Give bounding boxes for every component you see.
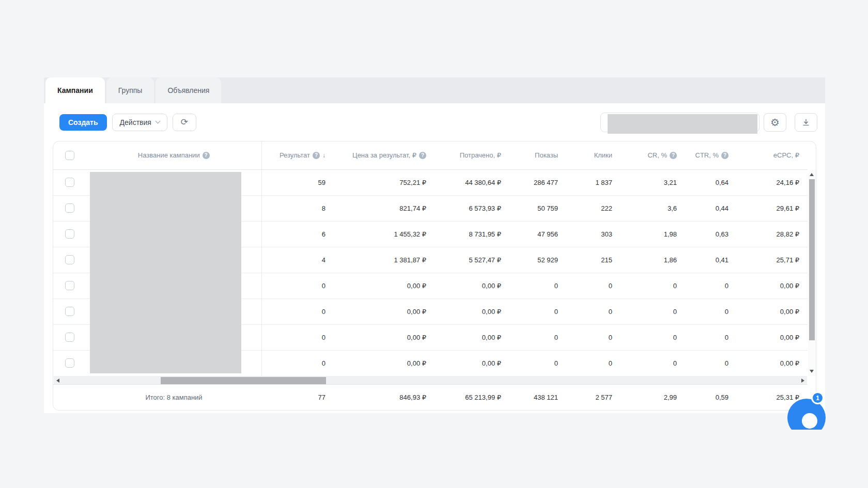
cell-spent: 5 527,47 ₽	[435, 247, 509, 273]
tab-ads[interactable]: Объявления	[156, 77, 221, 103]
row-checkbox[interactable]	[65, 229, 74, 239]
notification-badge: 1	[811, 391, 824, 404]
cell-clicks: 0	[566, 273, 621, 298]
horizontal-scroll-thumb[interactable]	[161, 377, 326, 384]
totals-impressions: 438 121	[509, 393, 566, 401]
sort-desc-icon: ↓	[322, 152, 326, 159]
totals-clicks: 2 577	[566, 393, 621, 401]
table-header-row: Название кампании ? Результат ? ↓	[53, 141, 808, 169]
create-button[interactable]: Создать	[59, 114, 107, 131]
cell-cr: 0	[621, 350, 685, 376]
help-icon[interactable]: ?	[313, 152, 320, 159]
cell-clicks: 215	[566, 247, 621, 273]
cell-ecpc: 0,00 ₽	[737, 298, 808, 324]
cell-spent: 0,00 ₽	[435, 298, 509, 324]
search-input[interactable]	[600, 113, 760, 132]
cell-result: 59	[261, 169, 334, 195]
cell-result: 4	[261, 247, 334, 273]
column-header-ctr: CTR, % ?	[685, 141, 737, 169]
settings-button[interactable]: ⚙	[764, 113, 786, 132]
cell-cost-per-result: 0,00 ₽	[334, 298, 435, 324]
cell-cost-per-result: 0,00 ₽	[334, 324, 435, 350]
cell-cr: 0	[621, 273, 685, 298]
cell-impressions: 50 759	[509, 195, 566, 221]
cell-result: 0	[261, 324, 334, 350]
redaction-block	[608, 114, 757, 134]
cell-spent: 8 731,95 ₽	[435, 221, 509, 247]
cell-cost-per-result: 1 381,87 ₽	[334, 247, 435, 273]
cell-cr: 1,86	[621, 247, 685, 273]
row-checkbox[interactable]	[65, 281, 74, 290]
row-checkbox[interactable]	[65, 333, 74, 342]
totals-spent: 65 213,99 ₽	[435, 393, 509, 401]
cell-impressions: 0	[509, 273, 566, 298]
column-header-spent: Потрачено, ₽	[435, 141, 509, 169]
vertical-scrollbar[interactable]	[808, 170, 816, 376]
cell-result: 8	[261, 195, 334, 221]
cell-impressions: 0	[509, 324, 566, 350]
cell-ecpc: 28,82 ₽	[737, 221, 808, 247]
cell-ecpc: 29,61 ₽	[737, 195, 808, 221]
cell-impressions: 52 929	[509, 247, 566, 273]
cell-result: 0	[261, 273, 334, 298]
refresh-button[interactable]: ⟳	[173, 114, 196, 131]
chevron-down-icon	[155, 119, 160, 124]
cell-clicks: 1 837	[566, 169, 621, 195]
cell-ctr: 0	[685, 350, 737, 376]
row-checkbox[interactable]	[65, 307, 74, 316]
cell-impressions: 286 477	[509, 169, 566, 195]
cell-ctr: 0	[685, 298, 737, 324]
cell-ctr: 0	[685, 273, 737, 298]
scroll-right-arrow[interactable]	[801, 379, 804, 383]
vertical-scroll-thumb[interactable]	[809, 179, 815, 340]
help-icon[interactable]: ?	[670, 152, 677, 159]
cell-ctr: 0,64	[685, 169, 737, 195]
cell-spent: 0,00 ₽	[435, 273, 509, 298]
tab-campaigns[interactable]: Кампании	[45, 77, 105, 103]
cell-spent: 44 380,64 ₽	[435, 169, 509, 195]
scroll-down-arrow[interactable]	[810, 370, 814, 373]
scroll-up-arrow[interactable]	[810, 173, 814, 176]
cell-result: 0	[261, 298, 334, 324]
help-icon[interactable]: ?	[419, 152, 426, 159]
row-checkbox[interactable]	[65, 178, 74, 187]
tab-bar: Кампании Группы Объявления	[44, 77, 825, 103]
cell-cost-per-result: 821,74 ₽	[334, 195, 435, 221]
cell-clicks: 0	[566, 298, 621, 324]
cell-impressions: 0	[509, 350, 566, 376]
totals-cr: 2,99	[621, 393, 685, 401]
actions-button[interactable]: Действия	[112, 114, 167, 131]
totals-label: Итого: 8 кампаний	[86, 393, 261, 401]
campaigns-table-card: Название кампании ? Результат ? ↓	[53, 141, 816, 411]
cell-ecpc: 0,00 ₽	[737, 324, 808, 350]
cell-ctr: 0,63	[685, 221, 737, 247]
row-checkbox[interactable]	[65, 203, 74, 213]
row-checkbox[interactable]	[65, 358, 74, 368]
chat-widget[interactable]: 1	[787, 396, 830, 437]
cell-clicks: 0	[566, 350, 621, 376]
totals-result: 77	[261, 393, 334, 401]
scroll-left-arrow[interactable]	[56, 379, 59, 383]
column-header-result[interactable]: Результат ? ↓	[261, 141, 334, 169]
cell-clicks: 303	[566, 221, 621, 247]
select-all-checkbox[interactable]	[65, 151, 74, 160]
cell-cost-per-result: 0,00 ₽	[334, 273, 435, 298]
cell-ecpc: 24,16 ₽	[737, 169, 808, 195]
gear-icon: ⚙	[770, 117, 780, 128]
cell-cost-per-result: 752,21 ₽	[334, 169, 435, 195]
cell-clicks: 0	[566, 324, 621, 350]
cell-cr: 0	[621, 298, 685, 324]
cell-spent: 0,00 ₽	[435, 350, 509, 376]
actions-button-label: Действия	[120, 118, 151, 127]
cell-spent: 6 573,93 ₽	[435, 195, 509, 221]
help-icon[interactable]: ?	[203, 152, 210, 159]
cell-result: 0	[261, 350, 334, 376]
row-checkbox[interactable]	[65, 255, 74, 264]
download-button[interactable]	[795, 113, 817, 132]
tab-groups[interactable]: Группы	[106, 77, 154, 103]
help-icon[interactable]: ?	[721, 152, 729, 159]
toolbar: Создать Действия ⟳ ⚙	[44, 103, 825, 141]
cell-ecpc: 0,00 ₽	[737, 350, 808, 376]
column-header-clicks: Клики	[566, 141, 621, 169]
cell-cr: 1,98	[621, 221, 685, 247]
